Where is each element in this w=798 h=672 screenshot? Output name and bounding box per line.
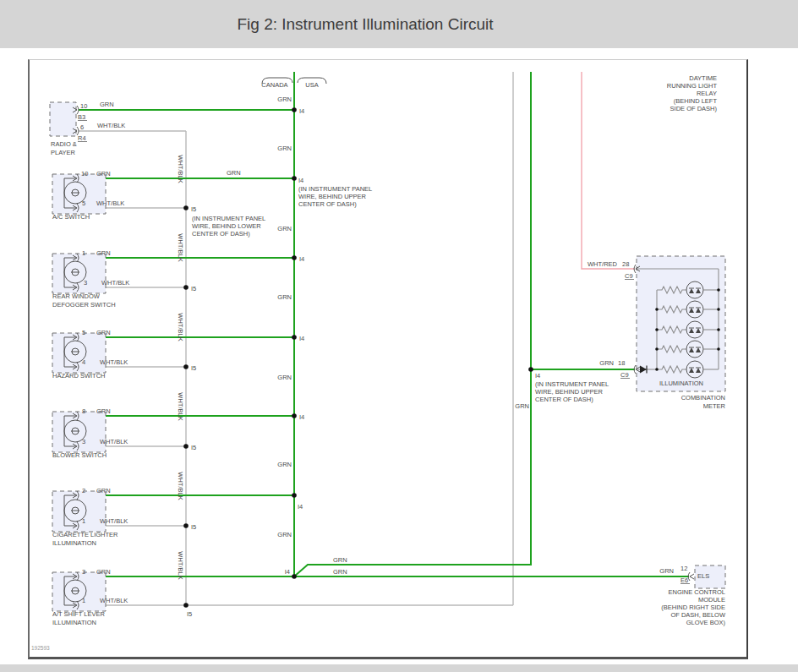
pin-number: 1 xyxy=(82,517,85,525)
splice-dot xyxy=(183,205,189,210)
component-radio-player: 10 B3 6 R4 GRN WHT/BLK RADIO & PLAYER xyxy=(50,101,125,156)
connector-id: E6 xyxy=(680,576,688,584)
wire-color-label: GRN xyxy=(100,101,114,108)
connector-id: C9 xyxy=(625,272,633,280)
splice-note: CENTER OF DASH) xyxy=(298,200,357,208)
wire-color-label: GRN xyxy=(277,461,292,468)
circuit-diagram: CANADA USA GRN 10 B3 6 R4 GRN WHT/BLK RA… xyxy=(0,0,798,672)
junction-dot xyxy=(655,368,659,371)
splice-label-i5: I5 xyxy=(191,444,196,451)
wire-color-label: GRN xyxy=(96,568,111,576)
wire-color-label: WHT/BLK xyxy=(100,438,128,445)
wire-color-label: GRN xyxy=(277,293,292,301)
pin-number: 28 xyxy=(622,260,629,268)
drl-note-line: DAYTIME xyxy=(689,74,717,82)
splice-dot xyxy=(292,493,297,498)
wire-color-label: WHT/BLK xyxy=(177,551,184,579)
document-number: 192593 xyxy=(31,645,50,651)
wire-color-label: GRN xyxy=(96,407,111,415)
splice-note: (IN INSTRUMENT PANEL xyxy=(192,215,265,222)
splice-note: CENTER OF DASH) xyxy=(535,396,593,403)
splice-dot xyxy=(292,107,297,112)
junction-dot xyxy=(655,328,659,331)
pin-number: 12 xyxy=(680,565,687,572)
splice-dot xyxy=(183,444,189,449)
splice-note: WIRE, BEHIND LOWER xyxy=(192,222,261,230)
splice-label-i5: I5 xyxy=(187,610,192,618)
grn-wire-right-vertical xyxy=(294,72,531,576)
splice-dot xyxy=(292,176,297,181)
wiring-diagram-page: { "title": "Fig 2: Instrument Illuminati… xyxy=(0,0,798,672)
connector-id: R4 xyxy=(78,134,86,142)
pin-number: 10 xyxy=(80,102,87,110)
splice-dot xyxy=(183,285,189,290)
splice-note: WIRE, BEHIND UPPER xyxy=(298,193,367,200)
junction-dot xyxy=(717,288,720,292)
wire-color-label: GRN xyxy=(333,556,347,564)
splice-label-i5: I5 xyxy=(191,285,196,292)
wire-color-label: GRN xyxy=(96,249,111,257)
splice-dot xyxy=(183,523,189,528)
pin-number: 4 xyxy=(82,358,85,366)
pin-number: 6 xyxy=(80,123,84,131)
component-name: A/T SHIFT LEVER xyxy=(52,610,105,618)
radio-box xyxy=(50,102,76,136)
component-location-note: GLOVE BOX) xyxy=(686,619,726,626)
splice-label-i4: I4 xyxy=(298,503,303,511)
wires xyxy=(79,72,689,605)
ecm-terminal-label: ELS xyxy=(697,572,709,580)
splice-dot xyxy=(292,413,297,418)
connector-id: C9 xyxy=(620,371,629,379)
wire-color-label: GRN xyxy=(96,487,111,494)
splice-dot xyxy=(292,255,297,260)
wire-color-label: GRN xyxy=(659,567,674,575)
canada-label: CANADA xyxy=(261,81,287,89)
splice-note: (IN INSTRUMENT PANEL xyxy=(298,185,372,193)
vertical-wire-labels: GRN GRN GRN GRN GRN GRN WHT/BLK WHT/BLK … xyxy=(177,145,529,580)
wire-color-label: GRN xyxy=(277,374,292,381)
wire-color-label: WHT/BLK xyxy=(100,358,128,366)
wire-color-label: WHT/BLK xyxy=(100,597,128,604)
pin-number: 18 xyxy=(618,359,625,367)
component-name: ILLUMINATION xyxy=(52,539,96,547)
component-name: DEFOGGER SWITCH xyxy=(52,301,116,309)
splice-note: CENTER OF DASH) xyxy=(192,230,250,238)
junction-dot xyxy=(717,328,720,331)
wire-color-label: WHT/BLK xyxy=(177,392,184,420)
wire-color-label: GRN xyxy=(277,531,292,538)
splice-note: WIRE, BEHIND UPPER xyxy=(535,388,604,396)
splice-dot xyxy=(292,335,297,340)
junction-dot xyxy=(655,347,659,351)
splice-label-i4: I4 xyxy=(299,255,304,263)
component-name: COMBINATION xyxy=(681,394,725,402)
component-location-note: OF DASH, BELOW xyxy=(670,611,726,619)
splice-label-i4: I4 xyxy=(535,372,540,380)
component-name: CIGARETTE LIGHTER xyxy=(52,531,118,538)
wire-color-label: WHT/BLK xyxy=(100,517,128,525)
wire-color-label: WHT/BLK xyxy=(177,233,184,261)
component-name: ENGINE CONTROL xyxy=(668,588,725,596)
wire-color-label: WHT/BLK xyxy=(177,313,184,341)
component-name: RADIO & xyxy=(51,140,77,148)
junction-dot xyxy=(655,308,659,311)
wire-color-label: WHT/BLK xyxy=(177,155,184,183)
pin-number: 1 xyxy=(82,597,85,604)
component-ecm: GRN 12 E6 ELS ENGINE CONTROL MODULE (BEH… xyxy=(659,565,726,626)
splice-dot xyxy=(183,364,189,369)
pin-number: 5 xyxy=(82,199,85,207)
splice-label-i5: I5 xyxy=(191,364,196,372)
wire-color-label: GRN xyxy=(96,329,111,336)
junction-dot xyxy=(717,308,720,311)
pin-number: 3 xyxy=(84,279,87,287)
wire-color-label: WHT/BLK xyxy=(96,199,124,207)
wire-color-label: GRN xyxy=(96,170,111,178)
splice-nodes: I4 I4 (IN INSTRUMENT PANEL WIRE, BEHIND … xyxy=(183,107,533,618)
wire-color-label: GRN xyxy=(277,225,292,232)
wire-color-label: WHT/BLK xyxy=(97,122,125,129)
splice-label-i5: I5 xyxy=(191,205,196,213)
splice-label-i4: I4 xyxy=(299,413,304,421)
component-name: METER xyxy=(703,402,726,410)
pin-number: 5 xyxy=(82,329,85,336)
wire-color-label: GRN xyxy=(227,169,241,177)
pin-number: 3 xyxy=(82,438,85,445)
